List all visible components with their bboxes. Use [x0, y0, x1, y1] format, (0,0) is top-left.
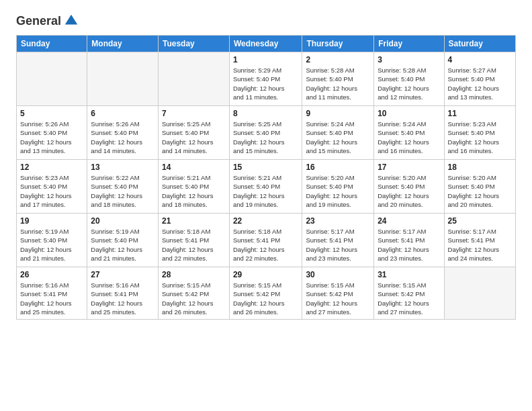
day-number: 22: [233, 216, 298, 226]
calendar-week-1: 1Sunrise: 5:29 AM Sunset: 5:40 PM Daylig…: [17, 52, 516, 106]
calendar-cell: 17Sunrise: 5:20 AM Sunset: 5:40 PM Dayli…: [374, 160, 444, 214]
logo: General: [16, 13, 79, 26]
calendar-cell: 11Sunrise: 5:23 AM Sunset: 5:40 PM Dayli…: [444, 106, 515, 160]
calendar-cell: 6Sunrise: 5:26 AM Sunset: 5:40 PM Daylig…: [87, 106, 159, 160]
day-info: Sunrise: 5:17 AM Sunset: 5:41 PM Dayligh…: [448, 227, 512, 263]
day-info: Sunrise: 5:22 AM Sunset: 5:40 PM Dayligh…: [91, 173, 154, 209]
day-number: 2: [306, 55, 370, 64]
calendar-cell: 23Sunrise: 5:17 AM Sunset: 5:41 PM Dayli…: [302, 214, 374, 267]
day-info: Sunrise: 5:23 AM Sunset: 5:40 PM Dayligh…: [448, 120, 512, 155]
calendar-cell: 13Sunrise: 5:22 AM Sunset: 5:40 PM Dayli…: [87, 160, 159, 214]
logo-icon: [64, 13, 79, 28]
day-info: Sunrise: 5:25 AM Sunset: 5:40 PM Dayligh…: [162, 120, 226, 155]
day-number: 19: [20, 216, 83, 226]
day-number: 28: [162, 270, 226, 279]
calendar-cell: 8Sunrise: 5:25 AM Sunset: 5:40 PM Daylig…: [229, 106, 302, 160]
calendar-cell: [158, 52, 229, 106]
day-info: Sunrise: 5:23 AM Sunset: 5:40 PM Dayligh…: [20, 173, 83, 209]
day-info: Sunrise: 5:27 AM Sunset: 5:40 PM Dayligh…: [448, 66, 512, 101]
day-number: 23: [306, 216, 370, 226]
weekday-header-tuesday: Tuesday: [158, 36, 229, 52]
day-info: Sunrise: 5:15 AM Sunset: 5:42 PM Dayligh…: [306, 281, 370, 316]
calendar-week-5: 26Sunrise: 5:16 AM Sunset: 5:41 PM Dayli…: [17, 267, 516, 320]
calendar-cell: 14Sunrise: 5:21 AM Sunset: 5:40 PM Dayli…: [158, 160, 229, 214]
calendar-cell: 9Sunrise: 5:24 AM Sunset: 5:40 PM Daylig…: [302, 106, 374, 160]
day-info: Sunrise: 5:16 AM Sunset: 5:41 PM Dayligh…: [91, 281, 154, 316]
day-info: Sunrise: 5:17 AM Sunset: 5:41 PM Dayligh…: [378, 227, 440, 263]
day-info: Sunrise: 5:24 AM Sunset: 5:40 PM Dayligh…: [378, 120, 440, 155]
day-number: 16: [306, 163, 370, 172]
day-number: 12: [20, 163, 83, 172]
calendar-cell: 27Sunrise: 5:16 AM Sunset: 5:41 PM Dayli…: [87, 267, 159, 320]
calendar-week-2: 5Sunrise: 5:26 AM Sunset: 5:40 PM Daylig…: [17, 106, 516, 160]
day-info: Sunrise: 5:15 AM Sunset: 5:42 PM Dayligh…: [233, 281, 298, 316]
calendar-cell: 29Sunrise: 5:15 AM Sunset: 5:42 PM Dayli…: [229, 267, 302, 320]
calendar-cell: 12Sunrise: 5:23 AM Sunset: 5:40 PM Dayli…: [17, 160, 87, 214]
day-info: Sunrise: 5:17 AM Sunset: 5:41 PM Dayligh…: [306, 227, 370, 263]
calendar-cell: 10Sunrise: 5:24 AM Sunset: 5:40 PM Dayli…: [374, 106, 444, 160]
weekday-header-saturday: Saturday: [444, 36, 515, 52]
calendar-cell: 30Sunrise: 5:15 AM Sunset: 5:42 PM Dayli…: [302, 267, 374, 320]
day-info: Sunrise: 5:16 AM Sunset: 5:41 PM Dayligh…: [20, 281, 83, 316]
calendar-cell: 15Sunrise: 5:21 AM Sunset: 5:40 PM Dayli…: [229, 160, 302, 214]
day-info: Sunrise: 5:21 AM Sunset: 5:40 PM Dayligh…: [233, 173, 298, 209]
calendar-cell: 4Sunrise: 5:27 AM Sunset: 5:40 PM Daylig…: [444, 52, 515, 106]
calendar-cell: 1Sunrise: 5:29 AM Sunset: 5:40 PM Daylig…: [229, 52, 302, 106]
day-info: Sunrise: 5:21 AM Sunset: 5:40 PM Dayligh…: [162, 173, 226, 209]
day-number: 8: [233, 109, 298, 118]
day-number: 3: [378, 55, 440, 64]
day-number: 9: [306, 109, 370, 118]
day-number: 10: [378, 109, 440, 118]
day-number: 1: [233, 55, 298, 64]
day-info: Sunrise: 5:26 AM Sunset: 5:40 PM Dayligh…: [20, 120, 83, 155]
day-info: Sunrise: 5:24 AM Sunset: 5:40 PM Dayligh…: [306, 120, 370, 155]
calendar-cell: 25Sunrise: 5:17 AM Sunset: 5:41 PM Dayli…: [444, 214, 515, 267]
page-header: General: [16, 13, 516, 26]
day-number: 27: [91, 270, 154, 279]
calendar-cell: [444, 267, 515, 320]
day-number: 26: [20, 270, 83, 279]
calendar-cell: 20Sunrise: 5:19 AM Sunset: 5:40 PM Dayli…: [87, 214, 159, 267]
calendar-cell: 28Sunrise: 5:15 AM Sunset: 5:42 PM Dayli…: [158, 267, 229, 320]
day-info: Sunrise: 5:25 AM Sunset: 5:40 PM Dayligh…: [233, 120, 298, 155]
calendar-cell: 24Sunrise: 5:17 AM Sunset: 5:41 PM Dayli…: [374, 214, 444, 267]
day-number: 18: [448, 163, 512, 172]
day-number: 25: [448, 216, 512, 226]
calendar-cell: [87, 52, 159, 106]
day-number: 5: [20, 109, 83, 118]
calendar-cell: 18Sunrise: 5:20 AM Sunset: 5:40 PM Dayli…: [444, 160, 515, 214]
day-number: 4: [448, 55, 512, 64]
calendar-cell: 7Sunrise: 5:25 AM Sunset: 5:40 PM Daylig…: [158, 106, 229, 160]
calendar-week-4: 19Sunrise: 5:19 AM Sunset: 5:40 PM Dayli…: [17, 214, 516, 267]
calendar-table: SundayMondayTuesdayWednesdayThursdayFrid…: [16, 35, 516, 320]
day-number: 20: [91, 216, 154, 226]
day-info: Sunrise: 5:28 AM Sunset: 5:40 PM Dayligh…: [306, 66, 370, 101]
calendar-cell: 3Sunrise: 5:28 AM Sunset: 5:40 PM Daylig…: [374, 52, 444, 106]
day-number: 14: [162, 163, 226, 172]
day-info: Sunrise: 5:20 AM Sunset: 5:40 PM Dayligh…: [378, 173, 440, 209]
day-number: 30: [306, 270, 370, 279]
weekday-header-row: SundayMondayTuesdayWednesdayThursdayFrid…: [17, 36, 516, 52]
calendar-cell: 22Sunrise: 5:18 AM Sunset: 5:41 PM Dayli…: [229, 214, 302, 267]
day-number: 7: [162, 109, 226, 118]
day-number: 24: [378, 216, 440, 226]
calendar-cell: 16Sunrise: 5:20 AM Sunset: 5:40 PM Dayli…: [302, 160, 374, 214]
day-info: Sunrise: 5:18 AM Sunset: 5:41 PM Dayligh…: [162, 227, 226, 263]
day-info: Sunrise: 5:20 AM Sunset: 5:40 PM Dayligh…: [306, 173, 370, 209]
day-number: 6: [91, 109, 154, 118]
calendar-cell: 31Sunrise: 5:15 AM Sunset: 5:42 PM Dayli…: [374, 267, 444, 320]
calendar-week-3: 12Sunrise: 5:23 AM Sunset: 5:40 PM Dayli…: [17, 160, 516, 214]
day-number: 15: [233, 163, 298, 172]
calendar-cell: 2Sunrise: 5:28 AM Sunset: 5:40 PM Daylig…: [302, 52, 374, 106]
weekday-header-thursday: Thursday: [302, 36, 374, 52]
day-info: Sunrise: 5:15 AM Sunset: 5:42 PM Dayligh…: [378, 281, 440, 316]
day-info: Sunrise: 5:28 AM Sunset: 5:40 PM Dayligh…: [378, 66, 440, 101]
day-info: Sunrise: 5:15 AM Sunset: 5:42 PM Dayligh…: [162, 281, 226, 316]
logo-general: General: [16, 14, 61, 28]
svg-marker-0: [65, 15, 77, 25]
calendar-cell: 5Sunrise: 5:26 AM Sunset: 5:40 PM Daylig…: [17, 106, 87, 160]
day-info: Sunrise: 5:26 AM Sunset: 5:40 PM Dayligh…: [91, 120, 154, 155]
day-number: 11: [448, 109, 512, 118]
weekday-header-monday: Monday: [87, 36, 159, 52]
day-number: 17: [378, 163, 440, 172]
